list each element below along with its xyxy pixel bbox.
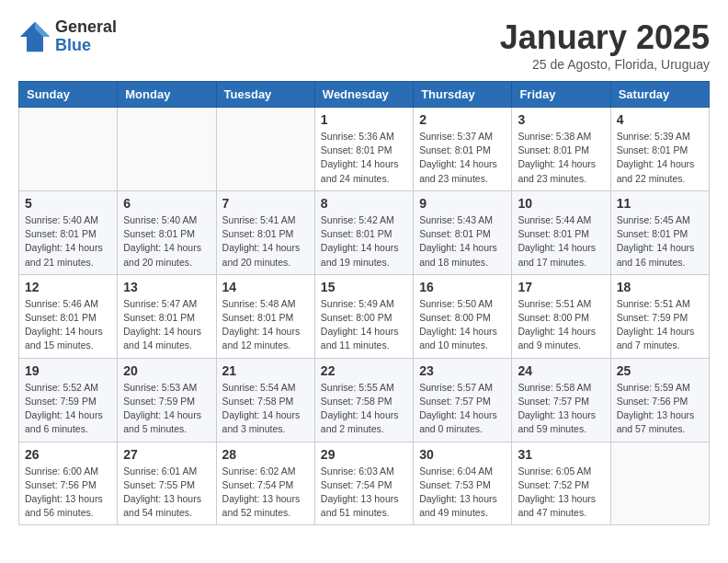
day-number: 7 bbox=[222, 196, 309, 211]
header-wednesday: Wednesday bbox=[314, 82, 413, 108]
day-number: 29 bbox=[321, 447, 407, 462]
day-number: 27 bbox=[123, 447, 210, 462]
day-number: 2 bbox=[419, 112, 506, 127]
calendar-cell bbox=[118, 108, 216, 191]
day-info: Sunrise: 5:40 AM Sunset: 8:01 PM Dayligh… bbox=[25, 213, 111, 270]
week-row-1: 1Sunrise: 5:36 AM Sunset: 8:01 PM Daylig… bbox=[19, 108, 710, 191]
day-info: Sunrise: 5:50 AM Sunset: 8:00 PM Dayligh… bbox=[419, 297, 506, 353]
day-number: 21 bbox=[222, 363, 309, 378]
day-info: Sunrise: 5:58 AM Sunset: 7:57 PM Dayligh… bbox=[518, 381, 604, 437]
day-info: Sunrise: 6:01 AM Sunset: 7:55 PM Dayligh… bbox=[123, 465, 210, 521]
day-info: Sunrise: 6:05 AM Sunset: 7:52 PM Dayligh… bbox=[518, 465, 604, 521]
day-info: Sunrise: 5:43 AM Sunset: 8:01 PM Dayligh… bbox=[419, 213, 506, 270]
header-thursday: Thursday bbox=[414, 82, 512, 108]
day-info: Sunrise: 5:54 AM Sunset: 7:58 PM Dayligh… bbox=[222, 381, 309, 437]
calendar-cell: 7Sunrise: 5:41 AM Sunset: 8:01 PM Daylig… bbox=[216, 190, 314, 274]
day-info: Sunrise: 5:44 AM Sunset: 8:01 PM Dayligh… bbox=[518, 213, 604, 270]
calendar-cell: 26Sunrise: 6:00 AM Sunset: 7:56 PM Dayli… bbox=[19, 442, 118, 525]
day-number: 4 bbox=[617, 112, 703, 127]
day-number: 14 bbox=[222, 280, 309, 294]
calendar-cell: 21Sunrise: 5:54 AM Sunset: 7:58 PM Dayli… bbox=[216, 358, 314, 442]
calendar-header: SundayMondayTuesdayWednesdayThursdayFrid… bbox=[19, 82, 710, 108]
day-number: 1 bbox=[321, 112, 407, 127]
calendar-cell: 19Sunrise: 5:52 AM Sunset: 7:59 PM Dayli… bbox=[19, 358, 118, 442]
calendar-body: 1Sunrise: 5:36 AM Sunset: 8:01 PM Daylig… bbox=[19, 108, 710, 525]
logo: General Blue bbox=[18, 18, 117, 55]
header-friday: Friday bbox=[512, 82, 610, 108]
calendar-cell bbox=[216, 108, 314, 191]
calendar-cell: 23Sunrise: 5:57 AM Sunset: 7:57 PM Dayli… bbox=[414, 358, 512, 442]
day-info: Sunrise: 5:51 AM Sunset: 7:59 PM Dayligh… bbox=[617, 297, 703, 353]
calendar-cell: 5Sunrise: 5:40 AM Sunset: 8:01 PM Daylig… bbox=[19, 190, 118, 274]
day-number: 13 bbox=[123, 280, 210, 294]
logo-blue-text: Blue bbox=[55, 37, 117, 55]
day-info: Sunrise: 6:02 AM Sunset: 7:54 PM Dayligh… bbox=[222, 465, 309, 521]
calendar-cell: 20Sunrise: 5:53 AM Sunset: 7:59 PM Dayli… bbox=[118, 358, 216, 442]
day-number: 11 bbox=[617, 196, 703, 211]
day-info: Sunrise: 5:46 AM Sunset: 8:01 PM Dayligh… bbox=[25, 297, 111, 353]
day-number: 12 bbox=[25, 280, 111, 294]
header-sunday: Sunday bbox=[19, 82, 118, 108]
calendar-cell: 31Sunrise: 6:05 AM Sunset: 7:52 PM Dayli… bbox=[512, 442, 610, 525]
day-number: 9 bbox=[419, 196, 506, 211]
day-number: 5 bbox=[25, 196, 111, 211]
calendar-cell: 14Sunrise: 5:48 AM Sunset: 8:01 PM Dayli… bbox=[216, 274, 314, 358]
calendar-cell: 11Sunrise: 5:45 AM Sunset: 8:01 PM Dayli… bbox=[610, 190, 709, 274]
day-info: Sunrise: 5:45 AM Sunset: 8:01 PM Dayligh… bbox=[617, 213, 703, 270]
day-number: 30 bbox=[419, 447, 506, 462]
calendar-cell: 22Sunrise: 5:55 AM Sunset: 7:58 PM Dayli… bbox=[314, 358, 413, 442]
day-number: 20 bbox=[123, 363, 210, 378]
calendar-cell: 30Sunrise: 6:04 AM Sunset: 7:53 PM Dayli… bbox=[414, 442, 512, 525]
header-row: SundayMondayTuesdayWednesdayThursdayFrid… bbox=[19, 82, 710, 108]
calendar-table: SundayMondayTuesdayWednesdayThursdayFrid… bbox=[18, 81, 710, 525]
day-info: Sunrise: 5:42 AM Sunset: 8:01 PM Dayligh… bbox=[321, 213, 407, 270]
day-number: 6 bbox=[123, 196, 210, 211]
day-number: 23 bbox=[419, 363, 506, 378]
page-header: General Blue January 2025 25 de Agosto, … bbox=[18, 18, 710, 72]
calendar-cell: 17Sunrise: 5:51 AM Sunset: 8:00 PM Dayli… bbox=[512, 274, 610, 358]
location-subtitle: 25 de Agosto, Florida, Uruguay bbox=[500, 57, 710, 72]
day-info: Sunrise: 5:48 AM Sunset: 8:01 PM Dayligh… bbox=[222, 297, 309, 353]
day-info: Sunrise: 5:36 AM Sunset: 8:01 PM Dayligh… bbox=[321, 130, 407, 186]
calendar-cell: 2Sunrise: 5:37 AM Sunset: 8:01 PM Daylig… bbox=[414, 108, 512, 191]
calendar-cell bbox=[19, 108, 118, 191]
day-info: Sunrise: 5:38 AM Sunset: 8:01 PM Dayligh… bbox=[518, 130, 604, 186]
calendar-cell: 25Sunrise: 5:59 AM Sunset: 7:56 PM Dayli… bbox=[610, 358, 709, 442]
calendar-cell: 15Sunrise: 5:49 AM Sunset: 8:00 PM Dayli… bbox=[314, 274, 413, 358]
day-number: 19 bbox=[25, 363, 111, 378]
day-info: Sunrise: 5:52 AM Sunset: 7:59 PM Dayligh… bbox=[25, 381, 111, 437]
title-block: January 2025 25 de Agosto, Florida, Urug… bbox=[500, 18, 710, 72]
day-info: Sunrise: 5:59 AM Sunset: 7:56 PM Dayligh… bbox=[617, 381, 703, 437]
calendar-cell: 1Sunrise: 5:36 AM Sunset: 8:01 PM Daylig… bbox=[314, 108, 413, 191]
day-info: Sunrise: 5:40 AM Sunset: 8:01 PM Dayligh… bbox=[123, 213, 210, 270]
calendar-cell: 12Sunrise: 5:46 AM Sunset: 8:01 PM Dayli… bbox=[19, 274, 118, 358]
calendar-cell: 24Sunrise: 5:58 AM Sunset: 7:57 PM Dayli… bbox=[512, 358, 610, 442]
day-number: 10 bbox=[518, 196, 604, 211]
header-monday: Monday bbox=[118, 82, 216, 108]
calendar-cell: 8Sunrise: 5:42 AM Sunset: 8:01 PM Daylig… bbox=[314, 190, 413, 274]
calendar-cell: 10Sunrise: 5:44 AM Sunset: 8:01 PM Dayli… bbox=[512, 190, 610, 274]
day-info: Sunrise: 6:04 AM Sunset: 7:53 PM Dayligh… bbox=[419, 465, 506, 521]
week-row-5: 26Sunrise: 6:00 AM Sunset: 7:56 PM Dayli… bbox=[19, 442, 710, 525]
day-info: Sunrise: 5:39 AM Sunset: 8:01 PM Dayligh… bbox=[617, 130, 703, 186]
calendar-cell: 16Sunrise: 5:50 AM Sunset: 8:00 PM Dayli… bbox=[414, 274, 512, 358]
day-info: Sunrise: 5:49 AM Sunset: 8:00 PM Dayligh… bbox=[321, 297, 407, 353]
day-info: Sunrise: 5:51 AM Sunset: 8:00 PM Dayligh… bbox=[518, 297, 604, 353]
calendar-cell: 18Sunrise: 5:51 AM Sunset: 7:59 PM Dayli… bbox=[610, 274, 709, 358]
day-info: Sunrise: 6:00 AM Sunset: 7:56 PM Dayligh… bbox=[25, 465, 111, 521]
day-number: 8 bbox=[321, 196, 407, 211]
week-row-2: 5Sunrise: 5:40 AM Sunset: 8:01 PM Daylig… bbox=[19, 190, 710, 274]
week-row-4: 19Sunrise: 5:52 AM Sunset: 7:59 PM Dayli… bbox=[19, 358, 710, 442]
calendar-cell bbox=[610, 442, 709, 525]
calendar-cell: 29Sunrise: 6:03 AM Sunset: 7:54 PM Dayli… bbox=[314, 442, 413, 525]
day-info: Sunrise: 5:57 AM Sunset: 7:57 PM Dayligh… bbox=[419, 381, 506, 437]
day-info: Sunrise: 5:47 AM Sunset: 8:01 PM Dayligh… bbox=[123, 297, 210, 353]
header-tuesday: Tuesday bbox=[216, 82, 314, 108]
day-number: 31 bbox=[518, 447, 604, 462]
day-number: 28 bbox=[222, 447, 309, 462]
day-info: Sunrise: 5:53 AM Sunset: 7:59 PM Dayligh… bbox=[123, 381, 210, 437]
day-number: 24 bbox=[518, 363, 604, 378]
calendar-cell: 28Sunrise: 6:02 AM Sunset: 7:54 PM Dayli… bbox=[216, 442, 314, 525]
day-number: 17 bbox=[518, 280, 604, 294]
week-row-3: 12Sunrise: 5:46 AM Sunset: 8:01 PM Dayli… bbox=[19, 274, 710, 358]
